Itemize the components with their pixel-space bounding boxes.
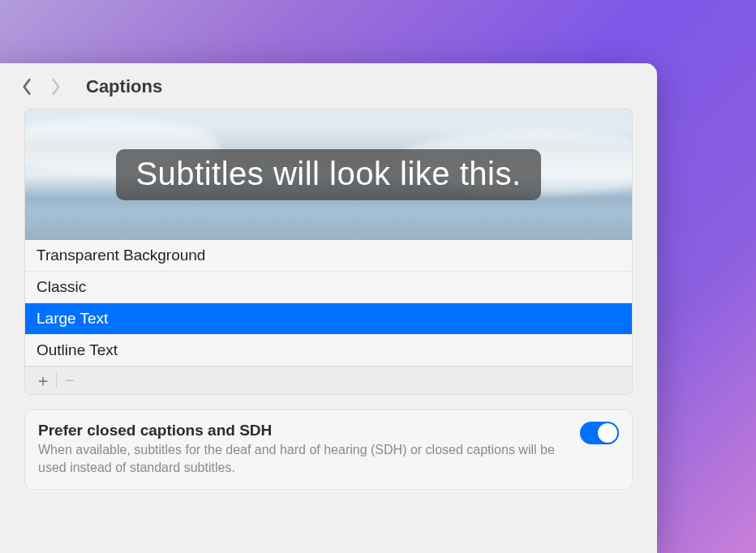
page-title: Captions (86, 76, 162, 97)
prefer-cc-card: Prefer closed captions and SDH When avai… (24, 409, 633, 490)
back-button[interactable] (16, 76, 37, 97)
remove-style-button[interactable]: − (58, 369, 81, 392)
style-row-label: Large Text (37, 310, 108, 327)
prefer-cc-toggle[interactable] (580, 422, 619, 444)
forward-button[interactable] (45, 76, 67, 97)
caption-style-list: Transparent BackgroundClassicLarge TextO… (24, 240, 633, 366)
footer-separator (56, 373, 57, 388)
caption-preview-text: Subtitles will look like this. (116, 149, 540, 200)
prefer-cc-text: Prefer closed captions and SDH When avai… (38, 422, 567, 476)
prefer-cc-title: Prefer closed captions and SDH (38, 422, 567, 439)
list-footer: ＋ − (24, 366, 633, 395)
content: Subtitles will look like this. Transpare… (0, 109, 657, 490)
style-row[interactable]: Transparent Background (25, 240, 632, 271)
style-row[interactable]: Classic (25, 271, 632, 302)
prefer-cc-description: When available, subtitles for the deaf a… (38, 441, 567, 476)
add-style-button[interactable]: ＋ (32, 369, 54, 392)
style-row-label: Outline Text (37, 341, 118, 358)
caption-preview: Subtitles will look like this. (24, 109, 633, 240)
minus-icon: − (65, 372, 75, 388)
toggle-knob (598, 423, 617, 443)
settings-window: Captions Subtitles will look like this. … (0, 63, 657, 553)
style-row-label: Transparent Background (37, 246, 205, 264)
plus-icon: ＋ (35, 372, 51, 388)
style-row[interactable]: Large Text (25, 302, 632, 334)
header: Captions (0, 63, 657, 109)
style-row[interactable]: Outline Text (25, 334, 632, 366)
style-row-label: Classic (37, 278, 86, 295)
